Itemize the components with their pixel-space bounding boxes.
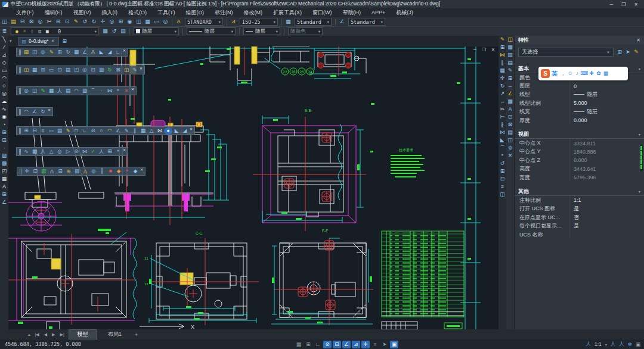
quick-select-icon[interactable]: ⊞: [615, 48, 624, 57]
new-file-icon[interactable]: ◫: [0, 18, 9, 26]
columns-icon[interactable]: ∥: [131, 127, 139, 135]
right-arrow-icon[interactable]: ▷: [64, 148, 72, 155]
minimize-button[interactable]: ─: [609, 2, 613, 7]
box-icon[interactable]: □: [72, 127, 80, 135]
menu-item[interactable]: 格式(O): [123, 8, 152, 17]
polygon-icon[interactable]: ◇: [1, 59, 8, 67]
doc-restore-icon[interactable]: ❐: [482, 47, 486, 52]
construction-line-icon[interactable]: ∕: [1, 43, 8, 51]
extend-icon[interactable]: ⊢: [499, 113, 506, 121]
make-block-icon[interactable]: ⊡: [1, 136, 8, 144]
menu-item[interactable]: 标注(N): [209, 8, 239, 17]
cut-icon[interactable]: ✂: [45, 18, 54, 26]
layer-freeze-sun-icon[interactable]: ☼: [21, 28, 29, 35]
open-file-icon[interactable]: ▤: [9, 18, 18, 26]
check-icon[interactable]: ✓: [89, 148, 97, 155]
toolbar-grip[interactable]: [19, 88, 21, 94]
ruler-icon[interactable]: △: [48, 168, 56, 175]
annotation-scale-value[interactable]: 1:1: [595, 341, 602, 347]
copy-icon[interactable]: ⊞: [499, 43, 506, 51]
grip-a-icon[interactable]: ⊞: [22, 127, 30, 135]
star-burst-icon[interactable]: ＊: [114, 88, 122, 95]
viewports-icon[interactable]: ◫: [134, 18, 143, 26]
pan-icon[interactable]: ✛: [98, 18, 107, 26]
menu-item[interactable]: 帮助(H): [338, 8, 367, 17]
window-part-icon[interactable]: ⊡: [31, 168, 39, 175]
arc-icon[interactable]: ◠: [1, 74, 8, 82]
edit-doc-icon[interactable]: ✎: [39, 88, 47, 95]
region-icon[interactable]: ◰: [1, 167, 8, 175]
tab-layout1[interactable]: 布局1: [100, 330, 130, 339]
menu-item[interactable]: 修改(M): [239, 8, 268, 17]
annotation-autoscale-icon[interactable]: 人: [619, 341, 624, 348]
menu-item[interactable]: 文件(F): [11, 8, 39, 17]
toolbar-close-icon[interactable]: ✕: [140, 167, 143, 172]
make-object-layer-current-icon[interactable]: ▦: [101, 27, 110, 35]
array-icon[interactable]: ▦: [499, 67, 506, 74]
ducs-toggle-icon[interactable]: ⊿: [352, 341, 360, 348]
export-view-icon[interactable]: ⊠: [114, 67, 122, 74]
image-attach-icon[interactable]: ▤: [506, 129, 514, 136]
leader-tool-icon[interactable]: ∠: [80, 49, 89, 56]
property-value[interactable]: 5795.396: [569, 173, 644, 182]
cycle-toggle-icon[interactable]: ➤: [380, 341, 389, 348]
floating-toolbar-6[interactable]: ∿▦人△◎▷⊙⋈✓人⊞＊ ✕: [16, 147, 128, 156]
toolbar-grip[interactable]: [19, 149, 21, 155]
ime-toolbox-icon[interactable]: ✚: [588, 70, 595, 78]
mleader-style-dropdown[interactable]: Standard▼: [348, 18, 385, 26]
paste-icon[interactable]: ⊡: [63, 18, 72, 26]
redo-icon[interactable]: ↻: [89, 18, 98, 26]
property-value[interactable]: 5.000: [569, 99, 644, 107]
named-views-icon[interactable]: ▦: [143, 18, 152, 26]
branch-tool-icon[interactable]: ⋈: [106, 88, 114, 95]
triangle-icon[interactable]: △: [147, 127, 156, 135]
chamfer-icon[interactable]: ◣: [499, 136, 506, 144]
star-icon[interactable]: ＊: [114, 148, 122, 155]
sheet-icon[interactable]: ▭: [152, 18, 161, 26]
lineweight-dropdown[interactable]: 随层▼: [243, 27, 280, 35]
rotate-view-icon[interactable]: ↻: [64, 49, 72, 56]
doc-detail-icon[interactable]: ◫: [30, 88, 39, 95]
property-value[interactable]: 0: [569, 82, 644, 90]
align-icon[interactable]: ≡: [39, 127, 47, 135]
ole-object-icon[interactable]: ◫: [506, 136, 514, 144]
ime-voice-icon[interactable]: ♪: [574, 70, 581, 78]
book-icon[interactable]: ▥: [39, 168, 48, 175]
hook-icon[interactable]: ∠: [114, 127, 122, 135]
property-value[interactable]: 随层: [569, 108, 644, 116]
toolbar-close-icon[interactable]: ✕: [123, 48, 126, 52]
clean-screen-icon[interactable]: ▣: [636, 341, 640, 347]
rotate-icon[interactable]: ↻: [499, 82, 506, 90]
layer-states-icon[interactable]: ▤: [119, 27, 128, 35]
corner-join-icon[interactable]: ◣: [97, 49, 106, 56]
ellipse-arc-icon[interactable]: ◔: [1, 121, 8, 129]
zoom-tool-icon[interactable]: ◎: [39, 49, 47, 56]
copy-clip-icon[interactable]: ⊞: [54, 18, 63, 26]
arc-ref-icon[interactable]: ◠: [106, 127, 114, 135]
trim-icon[interactable]: ✂: [499, 105, 506, 113]
purge-icon[interactable]: ✕: [506, 152, 514, 160]
arc-tool-icon[interactable]: ◠: [72, 88, 80, 95]
property-value[interactable]: [569, 230, 644, 239]
layer-color-swatch-icon[interactable]: ■: [44, 28, 51, 35]
palette-close-icon[interactable]: ✕: [636, 38, 640, 43]
scale-icon[interactable]: ↗: [499, 90, 506, 98]
angle-measure-icon[interactable]: ∠: [30, 108, 39, 116]
zoom-previous-icon[interactable]: ◉: [125, 18, 134, 26]
block-tool-icon[interactable]: ⊞: [55, 49, 64, 56]
menu-item[interactable]: 工具(T): [152, 8, 181, 17]
close-button[interactable]: ✕: [634, 2, 638, 7]
record-active-icon[interactable]: ●: [164, 127, 172, 135]
match-properties-icon[interactable]: ✎: [72, 18, 80, 26]
lineweight-toggle-icon[interactable]: ≡: [371, 341, 379, 348]
layer-lock-icon[interactable]: ▯: [29, 28, 36, 35]
menu-item[interactable]: 编辑(E): [39, 8, 68, 17]
floating-toolbar-1[interactable]: ▤◫◎✎⊞↻▦∠A◣◢∟ ✕: [16, 48, 128, 57]
floating-toolbar-4[interactable]: ◠∠↻ ✕: [16, 107, 53, 116]
ime-panel-icon[interactable]: ▦: [602, 70, 609, 78]
view-doc-icon[interactable]: ◫: [30, 49, 39, 56]
update-view-icon[interactable]: ↻: [106, 67, 114, 74]
tool-palettes-icon[interactable]: ▥: [506, 51, 514, 59]
move-icon[interactable]: ✛: [499, 74, 506, 82]
break-icon[interactable]: ∦: [499, 121, 506, 129]
